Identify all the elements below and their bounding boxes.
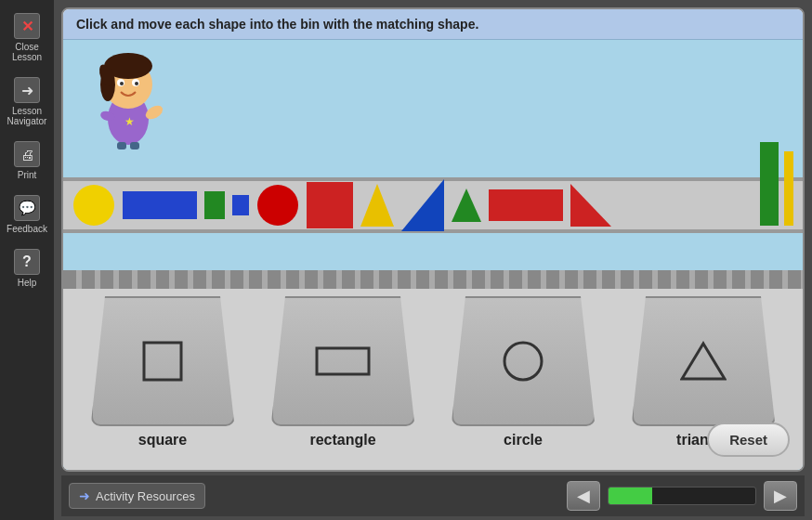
svg-rect-25	[760, 142, 779, 226]
feedback-label: Feedback	[7, 224, 47, 234]
svg-marker-22	[452, 188, 481, 222]
sidebar: ✕ Close Lesson ➜ Lesson Navigator 🖨 Prin…	[0, 0, 54, 520]
progress-bar-fill	[609, 488, 652, 504]
feedback-icon: 💬	[14, 195, 40, 221]
small-blue-rect-shape[interactable]	[232, 195, 249, 215]
instruction-text: Click and move each shape into the bin w…	[76, 17, 478, 32]
activity-resources-label: Activity Resources	[96, 489, 195, 503]
feedback-button[interactable]: 💬 Feedback	[4, 189, 50, 240]
rectangle-label: rectangle	[309, 432, 375, 448]
help-button[interactable]: ? Help	[4, 243, 50, 293]
square-bin[interactable]: square	[88, 296, 237, 448]
lesson-navigator-button[interactable]: ➜ Lesson Navigator	[4, 72, 50, 132]
svg-marker-20	[360, 184, 394, 227]
svg-rect-12	[117, 142, 126, 150]
close-lesson-button[interactable]: ✕ Close Lesson	[4, 7, 50, 68]
conveyor-area: ★	[63, 40, 803, 470]
small-green-rect-shape[interactable]	[204, 191, 225, 219]
next-button[interactable]: ▶	[764, 481, 797, 511]
red-square-shape[interactable]	[307, 182, 353, 228]
tall-shapes	[760, 133, 793, 226]
svg-point-18	[257, 185, 298, 226]
svg-marker-24	[570, 184, 611, 227]
triangle-symbol	[680, 340, 727, 383]
red-triangle-shape[interactable]	[570, 184, 611, 227]
print-icon: 🖨	[14, 141, 40, 167]
svg-point-29	[504, 343, 542, 380]
navigator-label: Lesson Navigator	[7, 106, 47, 126]
main-content: Click and move each shape into the bin w…	[54, 0, 812, 520]
svg-rect-23	[489, 189, 563, 221]
svg-marker-30	[682, 344, 725, 379]
svg-point-14	[73, 185, 114, 226]
svg-text:★: ★	[124, 115, 135, 128]
circle-symbol	[502, 340, 544, 383]
close-icon: ✕	[14, 13, 40, 39]
reset-button[interactable]: Reset	[707, 422, 790, 457]
svg-point-8	[135, 82, 138, 85]
square-symbol	[139, 338, 186, 384]
svg-rect-26	[784, 151, 793, 226]
svg-point-7	[120, 82, 124, 85]
green-tall-rect[interactable]	[760, 142, 779, 226]
prev-icon: ◀	[577, 486, 590, 506]
yellow-circle-shape[interactable]	[72, 184, 115, 227]
red-circle-shape[interactable]	[256, 184, 299, 227]
svg-rect-17	[232, 195, 249, 215]
next-icon: ▶	[774, 486, 787, 506]
square-label: square	[138, 432, 187, 448]
svg-rect-27	[144, 343, 181, 380]
navigator-icon: ➜	[14, 77, 40, 103]
bins-area: square rectangle	[63, 289, 803, 470]
green-triangle-shape[interactable]	[452, 188, 481, 222]
circle-bin[interactable]: circle	[449, 296, 597, 448]
prev-button[interactable]: ◀	[567, 481, 600, 511]
character: ★	[72, 49, 184, 151]
circle-label: circle	[504, 432, 543, 448]
svg-rect-16	[204, 191, 225, 219]
activity-resources-arrow-icon: ➜	[79, 488, 90, 503]
triangle-bin-body	[632, 296, 776, 426]
bottom-bar: ➜ Activity Resources ◀ ▶	[61, 475, 805, 516]
belt-rollers	[63, 270, 803, 289]
blue-triangle-shape[interactable]	[401, 179, 444, 231]
game-container: Click and move each shape into the bin w…	[61, 7, 805, 472]
rectangle-symbol	[315, 344, 371, 378]
svg-rect-15	[123, 191, 197, 219]
progress-bar	[608, 487, 756, 505]
rectangle-bin-body	[271, 296, 415, 426]
svg-rect-28	[317, 348, 369, 374]
svg-marker-21	[401, 179, 444, 231]
shapes-row	[63, 177, 803, 233]
yellow-tall-rect[interactable]	[784, 151, 793, 226]
circle-bin-body	[452, 296, 596, 426]
blue-rectangle-shape[interactable]	[123, 191, 197, 219]
instruction-bar: Click and move each shape into the bin w…	[63, 9, 803, 40]
print-label: Print	[18, 170, 37, 180]
help-label: Help	[18, 278, 37, 288]
print-button[interactable]: 🖨 Print	[4, 136, 50, 186]
close-label: Close Lesson	[12, 42, 42, 62]
yellow-triangle-shape[interactable]	[360, 184, 394, 227]
svg-rect-19	[307, 182, 353, 228]
svg-rect-13	[130, 142, 139, 150]
activity-resources-button[interactable]: ➜ Activity Resources	[69, 483, 205, 509]
square-bin-body	[91, 296, 235, 426]
rectangle-bin[interactable]: rectangle	[268, 296, 417, 448]
help-icon: ?	[14, 249, 40, 275]
red-rectangle-shape[interactable]	[489, 189, 563, 221]
